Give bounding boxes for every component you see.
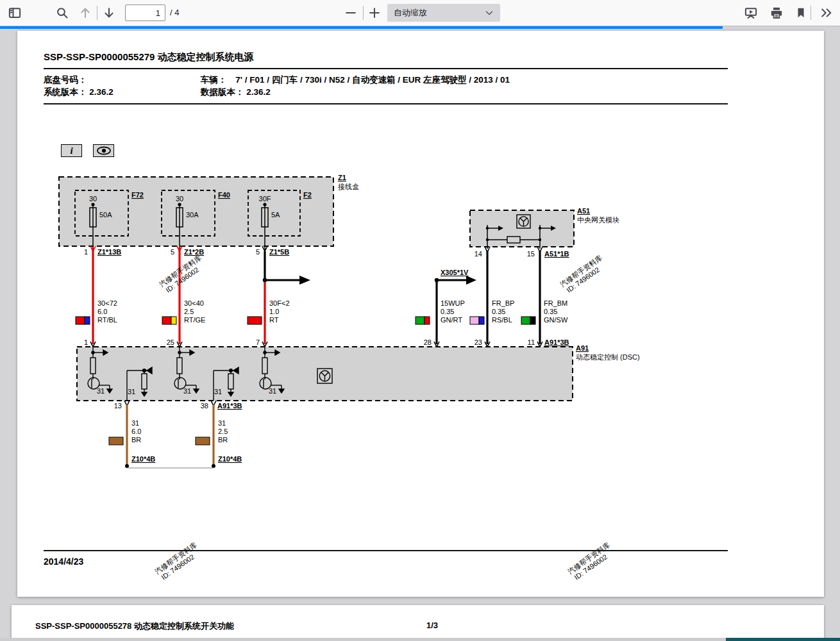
connector-link[interactable]: A51*1B	[544, 250, 569, 258]
fuse-terminal: 30F	[259, 195, 271, 203]
svg-text:GN/SW: GN/SW	[544, 316, 568, 324]
svg-text:BR: BR	[218, 436, 228, 444]
pin-number: 11	[528, 338, 535, 346]
z1-pin-labels: 1 Z1*13B 5 Z1*2B 5 Z1*5B	[84, 248, 289, 256]
previous-page-button[interactable]	[77, 5, 94, 21]
wire-color-swatch	[530, 317, 535, 324]
svg-text:2.5: 2.5	[218, 428, 228, 435]
a91-name: 动态稳定控制 (DSC)	[576, 353, 640, 361]
page2-document-title: SSP-SSP-SP0000055278 动态稳定控制系统开关功能	[35, 620, 234, 632]
zoom-select-label: 自动缩放	[394, 7, 485, 19]
pin-number: 14	[475, 250, 482, 258]
wire-color-swatch	[416, 317, 424, 324]
double-chevron-right-icon	[820, 6, 833, 19]
fuse-ref-link[interactable]: F72	[131, 191, 144, 199]
watermark: 汽修帮手资料库 ID: 7496002	[153, 541, 203, 583]
pin-number: 23	[475, 338, 482, 346]
svg-text:0.35: 0.35	[544, 308, 557, 315]
connector-link[interactable]: X305*1V	[441, 269, 469, 276]
power-wires	[93, 247, 310, 344]
watermark: 汽修帮手资料库 ID: 7496002	[566, 541, 616, 583]
ground-terminal-label: 31	[214, 388, 222, 395]
wire-spec-3: 30F<2 1.0 RT	[248, 299, 290, 324]
more-tools-button[interactable]	[818, 5, 835, 21]
svg-text:BR: BR	[131, 436, 141, 444]
wire-color-swatch	[109, 437, 123, 445]
wire-color-swatch	[85, 317, 90, 324]
a91-dsc-module: A91 动态稳定控制 (DSC)	[77, 344, 640, 401]
wire-color-swatch	[171, 317, 176, 324]
svg-text:31: 31	[218, 419, 226, 427]
next-page-button[interactable]	[101, 5, 117, 21]
minus-icon	[344, 6, 357, 19]
fuse-rating: 50A	[99, 211, 112, 219]
pin-number: 13	[114, 402, 122, 410]
watermark: 汽修帮手资料库 ID: 7496002	[559, 254, 608, 296]
current-view-bookmark-button[interactable]	[793, 5, 809, 21]
a51-gateway-module: A51 中央网关模块	[470, 207, 619, 249]
connector-link[interactable]: A91*3B	[544, 338, 569, 346]
wire-spec-6: FR_BM 0.35 GN/SW	[521, 299, 568, 324]
connector-link[interactable]: Z1*2B	[184, 248, 204, 256]
svg-text:6.0: 6.0	[131, 428, 141, 435]
pin-number: 28	[424, 338, 432, 346]
svg-text:GN/RT: GN/RT	[441, 316, 462, 324]
watermark: 汽修帮手资料库 ID: 7496002	[158, 254, 207, 296]
presentation-icon	[744, 6, 757, 19]
connector-link[interactable]: Z1*13B	[97, 248, 121, 256]
z1-link[interactable]: Z1	[338, 174, 346, 181]
ground-terminal-label: 31	[128, 388, 135, 395]
sidebar-toggle-button[interactable]	[6, 5, 23, 21]
connector-link[interactable]: Z1*5B	[269, 248, 289, 256]
zoom-in-button[interactable]	[366, 5, 383, 21]
a51-link[interactable]: A51	[577, 207, 590, 215]
ground-terminal-label: 31	[269, 387, 276, 395]
wire-color-swatch	[521, 317, 530, 324]
svg-text:0.35: 0.35	[492, 308, 505, 315]
fuse-rating: 30A	[186, 211, 199, 219]
bottom-teal-bar	[726, 638, 840, 641]
pin-number: 15	[527, 250, 535, 258]
fuse-ref-link[interactable]: F2	[303, 191, 312, 199]
svg-text:0.35: 0.35	[441, 308, 454, 315]
wire-spec-8: 31 2.5 BR Z10*4B	[196, 419, 242, 463]
search-button[interactable]	[54, 5, 71, 21]
pin-number: 25	[167, 338, 174, 346]
zoom-out-button[interactable]	[342, 5, 359, 21]
pin-number: 1	[84, 248, 88, 256]
print-button[interactable]	[768, 5, 785, 21]
toolbar-divider	[97, 6, 97, 20]
toolbar-divider	[363, 6, 364, 20]
pdf-viewer-area[interactable]: SSP-SSP-SP0000055279 动态稳定控制系统电源 底盘号码： 系统…	[0, 29, 840, 641]
svg-text:RT/GE: RT/GE	[184, 316, 205, 324]
pin-number: 1	[84, 338, 88, 346]
presentation-mode-button[interactable]	[743, 5, 759, 21]
zoom-select[interactable]: 自动缩放	[387, 4, 500, 22]
wire-spec-2: 30<40 2.5 RT/GE	[162, 299, 205, 324]
wire-color-swatch	[196, 437, 210, 445]
arrow-right-icon	[299, 276, 310, 285]
page-number-input[interactable]	[125, 4, 165, 21]
svg-text:30<72: 30<72	[97, 299, 117, 307]
svg-text:1.0: 1.0	[269, 308, 279, 315]
connector-link[interactable]: A91*3B	[217, 402, 242, 410]
fuse-rating: 5A	[271, 211, 280, 219]
connector-link[interactable]: Z10*4B	[131, 455, 155, 463]
svg-text:RT/BL: RT/BL	[97, 316, 117, 324]
wire-spec-5: FR_BP 0.35 RS/BL	[470, 299, 514, 324]
connector-link[interactable]: Z10*4B	[218, 455, 242, 463]
pdf-page-2: SSP-SSP-SP0000055278 动态稳定控制系统开关功能 1/3	[12, 605, 824, 641]
pdf-toolbar: / 4 自动缩放	[0, 0, 840, 26]
svg-text:2.5: 2.5	[184, 308, 194, 315]
pin-number: 7	[256, 338, 260, 346]
a91-entry-pins: 1 25 7 28 23 11 A91*3B	[84, 338, 569, 346]
svg-text:RS/BL: RS/BL	[492, 316, 512, 324]
svg-text:6.0: 6.0	[97, 308, 107, 315]
wire-spec-4: 15WUP 0.35 GN/RT	[416, 299, 465, 324]
printer-icon	[770, 6, 783, 19]
ground-terminal-label: 31	[97, 387, 105, 395]
svg-text:RT: RT	[269, 316, 279, 324]
a91-link[interactable]: A91	[576, 344, 589, 352]
fuse-ref-link[interactable]: F40	[218, 191, 230, 199]
wire-color-swatch	[248, 317, 262, 324]
